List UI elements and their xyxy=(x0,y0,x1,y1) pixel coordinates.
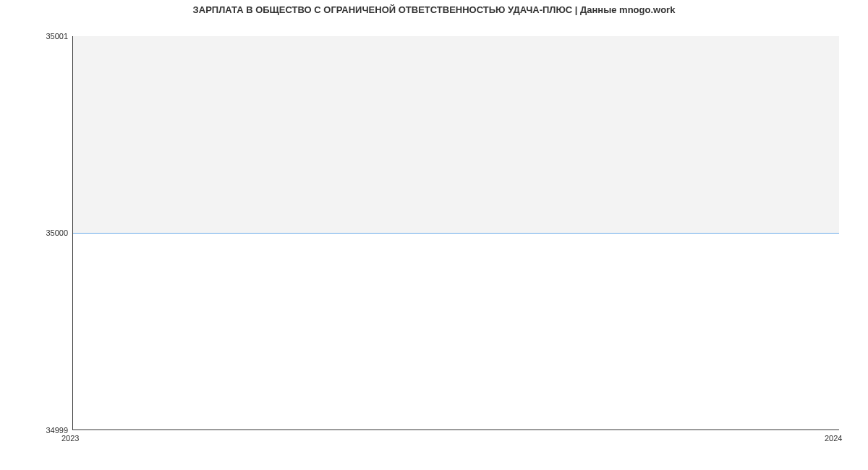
area-fill xyxy=(73,36,839,233)
chart-title: ЗАРПЛАТА В ОБЩЕСТВО С ОГРАНИЧЕНОЙ ОТВЕТС… xyxy=(0,4,868,15)
y-tick-mid: 35000 xyxy=(46,228,68,237)
data-line xyxy=(73,233,839,234)
x-tick-right: 2024 xyxy=(825,434,842,443)
plot-area xyxy=(72,36,839,430)
y-tick-top: 35001 xyxy=(46,32,68,40)
x-tick-left: 2023 xyxy=(61,434,79,443)
salary-chart: ЗАРПЛАТА В ОБЩЕСТВО С ОГРАНИЧЕНОЙ ОТВЕТС… xyxy=(0,0,868,470)
